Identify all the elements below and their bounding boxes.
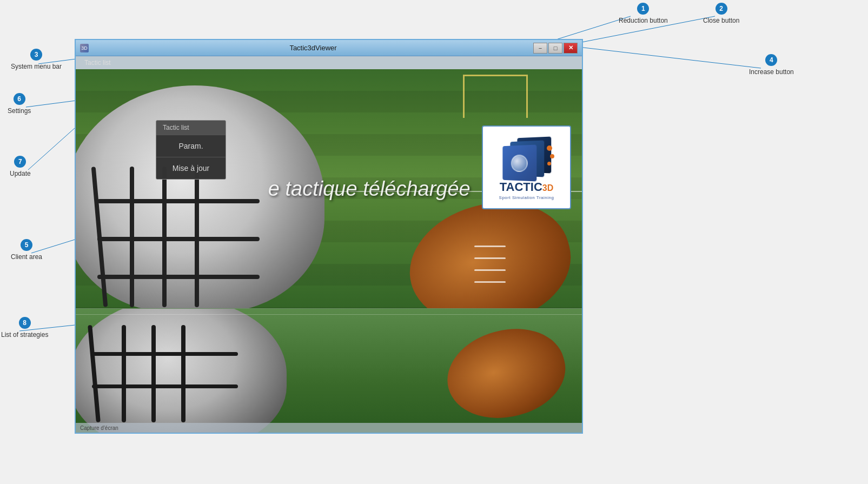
annotation-3: 3 System menu bar [11,49,62,70]
annotation-7: 7 Update [10,156,31,177]
menu-item-tactic-list[interactable]: Tactic list [80,58,115,68]
logo-brand: TACTIC3D [500,180,553,194]
logo-graphic [497,135,556,178]
annotation-circle-6: 6 [14,93,25,105]
annotation-6: 6 Settings [8,93,31,115]
annotation-4: 4 Increase button [749,54,794,76]
annotation-circle-4: 4 [765,54,777,66]
client-area: e tactique téléchargée [76,69,582,433]
update-menu-item[interactable]: Mise à jour [156,157,226,179]
app-window: 3D Tactic3dViewer − □ ✕ Tactic list [75,39,583,434]
restore-button[interactable]: □ [548,43,562,54]
logo-suffix: 3D [542,183,553,193]
title-bar: 3D Tactic3dViewer − □ ✕ [76,40,582,56]
annotation-label-1: Reduction button [619,17,668,24]
svg-line-5 [28,123,80,170]
menu-bar: Tactic list [76,56,582,69]
annotation-label-6: Settings [8,107,31,115]
app-icon: 3D [80,44,89,52]
annotation-label-3: System menu bar [11,63,62,70]
settings-menu-item[interactable]: Param. [156,135,226,157]
status-bar: Capture d'écran [76,423,582,433]
annotation-label-8: List of strategies [1,331,48,339]
annotation-circle-3: 3 [30,49,42,61]
annotation-label-7: Update [10,170,31,177]
window-title: Tactic3dViewer [93,44,533,52]
svg-line-2 [555,44,761,68]
dropdown-menu: Tactic list Param. Mise à jour [156,120,226,180]
logo-text: TACTIC [500,180,542,194]
status-text: Capture d'écran [80,425,118,431]
annotation-circle-7: 7 [14,156,26,168]
title-bar-buttons: − □ ✕ [533,43,578,54]
annotation-8: 8 List of strategies [1,317,48,339]
annotation-1: 1 Reduction button [619,3,668,24]
minimize-button[interactable]: − [533,43,547,54]
strategies-area [76,308,582,433]
annotation-label-5: Client area [11,253,42,261]
annotation-circle-5: 5 [21,239,32,251]
logo-box: TACTIC3D Sport Simulation Training [482,125,571,209]
svg-line-4 [26,100,80,107]
annotation-circle-2: 2 [715,3,727,15]
annotation-circle-1: 1 [637,3,649,15]
close-button[interactable]: ✕ [564,43,578,54]
annotation-label-4: Increase button [749,68,794,76]
logo-subtitle: Sport Simulation Training [499,195,554,200]
annotation-label-2: Close button [703,17,739,24]
dropdown-header: Tactic list [156,121,226,135]
annotation-circle-8: 8 [19,317,31,329]
annotation-5: 5 Client area [11,239,42,261]
annotation-2: 2 Close button [703,3,739,24]
